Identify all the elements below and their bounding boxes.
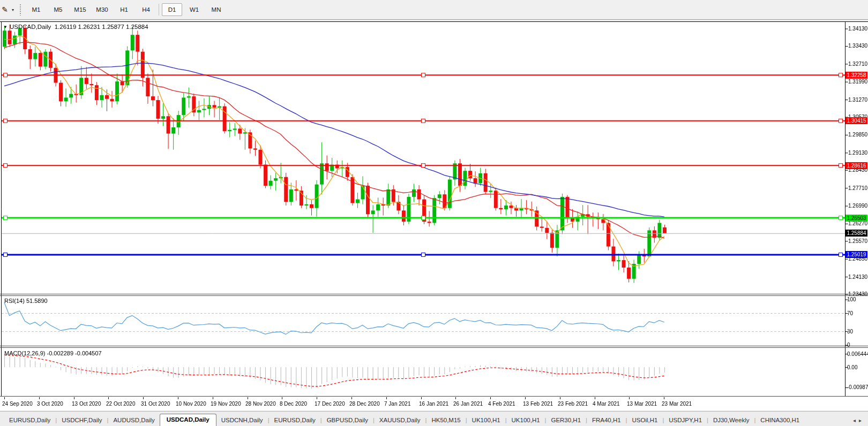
tab-china300-h1[interactable]: CHINA300,H1	[755, 415, 804, 426]
tab-eurusd-daily[interactable]: EURUSD,Daily	[4, 415, 55, 426]
hline-price-tag: 1.30415	[845, 117, 867, 124]
rsi-axis-tick-label: 70	[847, 310, 853, 316]
timeframe-button-m5[interactable]: M5	[47, 3, 69, 16]
date-axis-label: 26 Jan 2021	[453, 401, 483, 407]
timeframe-button-m15[interactable]: M15	[69, 3, 91, 16]
tab-scroll-right-icon[interactable]: ▸	[859, 417, 865, 423]
timeframe-button-d1[interactable]: D1	[162, 3, 182, 16]
tab-scroll-arrows: ◂▸	[853, 417, 865, 423]
tab-usdchf-daily[interactable]: USDCHF,Daily	[57, 415, 107, 426]
price-axis-tick-label: 1.29850	[848, 132, 867, 138]
date-axis-label: 23 Feb 2021	[558, 401, 588, 407]
toolbar-grip-handle[interactable]	[19, 4, 22, 16]
chart-ohlc-values: 1.26119 1.26231 1.25877 1.25884	[55, 24, 148, 30]
price-axis-tick-label: 1.29130	[848, 150, 867, 156]
date-axis-label: 7 Jan 2021	[384, 401, 411, 407]
rsi-axis-tick-label: 30	[847, 329, 853, 334]
hline-price-tag: 1.32258	[845, 72, 867, 79]
date-axis-label: 13 Feb 2021	[523, 401, 553, 407]
price-axis-tick-label: 1.33430	[848, 43, 867, 49]
current-price-tag: 1.25884	[845, 230, 867, 237]
macd-label: MACD(12,26,9) -0.002289 -0.004507	[4, 350, 102, 356]
timeframe-button-m30[interactable]: M30	[91, 3, 113, 16]
date-axis-label: 4 Feb 2021	[488, 401, 515, 407]
tab-hk50-m15[interactable]: HK50,M15	[426, 415, 465, 426]
tab-eurusd-daily[interactable]: EURUSD,Daily	[269, 415, 320, 426]
timeframe-button-mn[interactable]: MN	[205, 3, 227, 16]
price-axis-tick-label: 1.26270	[848, 220, 867, 226]
rsi-axis-tick-label: 100	[847, 296, 856, 302]
date-axis-label: 16 Jan 2021	[419, 401, 448, 407]
price-axis-tick-label: 1.31270	[848, 97, 867, 103]
date-axis-label: 4 Mar 2021	[593, 401, 620, 407]
toolbar-separator	[159, 4, 159, 16]
date-axis-label: 8 Dec 2020	[280, 401, 307, 407]
timeframe-buttons: M1M5M15M30H1H4D1W1MN	[25, 3, 227, 16]
price-axis-tick-label: 1.34130	[848, 26, 867, 32]
chart-symbol-label: USDCAD,Daily	[10, 24, 51, 30]
date-axis-label: 17 Dec 2020	[315, 401, 345, 407]
tab-scroll-left-icon[interactable]: ◂	[853, 417, 859, 423]
tab-uk100-h1[interactable]: UK100,H1	[467, 415, 505, 426]
macd-axis-tick-label: -0.00987	[847, 384, 868, 390]
date-axis-label: 22 Oct 2020	[106, 401, 135, 407]
tab-xauusd-daily[interactable]: XAUUSD,Daily	[375, 415, 425, 426]
chart-tabs: EURUSD,Daily|USDCHF,Daily|AUDUSD,DailyUS…	[4, 414, 804, 426]
date-axis-label: 10 Nov 2020	[176, 401, 206, 407]
tab-ger30-h1[interactable]: GER30,H1	[546, 415, 586, 426]
chevron-down-icon[interactable]: ▾	[12, 7, 14, 12]
tab-usoil-h1[interactable]: USOil,H1	[627, 415, 662, 426]
date-axis-label: 13 Oct 2020	[72, 401, 101, 407]
price-axis-tick-label: 1.27710	[848, 185, 867, 191]
draw-tool-icon[interactable]: ✎	[0, 4, 12, 16]
hline-price-tag: 1.26503	[845, 215, 867, 222]
date-axis-label: 3 Oct 2020	[37, 401, 63, 407]
timeframe-button-m1[interactable]: M1	[25, 3, 47, 16]
chart-tab-bar: EURUSD,Daily|USDCHF,Daily|AUDUSD,DailyUS…	[0, 411, 868, 426]
chart-canvas[interactable]	[0, 0, 868, 426]
tab-dj30-weekly[interactable]: DJ30,Weekly	[708, 415, 754, 426]
timeframe-toolbar: ✎ ▾ M1M5M15M30H1H4D1W1MN	[0, 0, 868, 20]
date-axis-label: 23 Mar 2021	[662, 401, 692, 407]
timeframe-button-w1[interactable]: W1	[183, 3, 205, 16]
date-axis-label: 24 Sep 2020	[2, 401, 33, 407]
hline-price-tag: 1.28616	[845, 162, 867, 169]
chart-title: ▼USDCAD,Daily 1.26119 1.26231 1.25877 1.…	[3, 24, 148, 30]
date-axis-label: 19 Nov 2020	[211, 401, 241, 407]
price-axis-tick-label: 1.32710	[848, 61, 867, 67]
rsi-label: RSI(14) 51.5890	[4, 298, 48, 304]
price-axis-tick-label: 1.26990	[848, 203, 867, 209]
tab-usdjpy-h1[interactable]: USDJPY,H1	[664, 415, 707, 426]
price-axis-tick-label: 1.24130	[848, 274, 867, 280]
tab-usdcad-daily-active[interactable]: USDCAD,Daily	[160, 414, 216, 426]
collapse-arrow-icon[interactable]: ▼	[3, 25, 8, 29]
rsi-axis-tick-label: 0	[847, 342, 850, 348]
tab-gbpusd-daily[interactable]: GBPUSD,Daily	[322, 415, 373, 426]
hline-price-tag: 1.25019	[845, 251, 867, 258]
date-axis-label: 13 Mar 2021	[627, 401, 657, 407]
date-axis-label: 28 Dec 2020	[349, 401, 380, 407]
date-axis-label: 28 Nov 2020	[245, 401, 276, 407]
trading-platform-window: ✎ ▾ M1M5M15M30H1H4D1W1MN ▼USDCAD,Daily 1…	[0, 0, 868, 426]
timeframe-button-h1[interactable]: H1	[113, 3, 135, 16]
price-axis-tick-label: 1.25570	[848, 238, 867, 244]
tab-usdcnh-daily[interactable]: USDCNH,Daily	[216, 415, 268, 426]
macd-axis-tick-label: 0.00	[847, 364, 857, 370]
tab-uk100-h1[interactable]: UK100,H1	[507, 415, 545, 426]
price-axis-tick-label: 1.31990	[848, 79, 867, 85]
macd-axis-tick-label: 0.006444	[847, 351, 868, 357]
tab-audusd-daily[interactable]: AUDUSD,Daily	[108, 415, 159, 426]
timeframe-button-h4[interactable]: H4	[135, 3, 157, 16]
date-axis-label: 31 Oct 2020	[141, 401, 170, 407]
tab-fra40-h1[interactable]: FRA40,H1	[587, 415, 626, 426]
